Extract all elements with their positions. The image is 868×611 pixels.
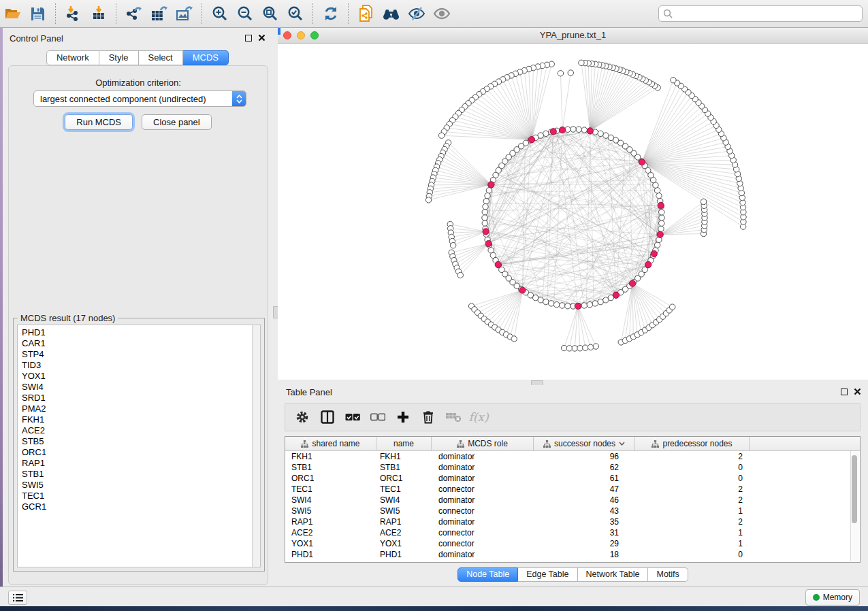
export-table-icon[interactable] [150, 5, 168, 23]
graph-hub-node[interactable] [495, 261, 501, 267]
hide-details-eye-icon[interactable] [407, 5, 425, 23]
vertical-splitter[interactable] [272, 28, 278, 587]
search-input[interactable] [673, 8, 862, 20]
graph-hub-node[interactable] [587, 128, 593, 134]
mcds-result-item[interactable]: GCR1 [22, 501, 260, 512]
search-field[interactable] [658, 5, 863, 22]
function-builder-icon[interactable]: f(x) [470, 408, 487, 426]
run-mcds-button[interactable]: Run MCDS [65, 114, 133, 130]
graph-node[interactable] [566, 346, 572, 351]
table-row[interactable]: TEC1TEC1connector472 [285, 484, 860, 495]
save-icon[interactable] [29, 5, 47, 23]
table-row[interactable]: RAP1RAP1dominator352 [285, 516, 860, 527]
graph-hub-node[interactable] [639, 159, 645, 165]
tab-network[interactable]: Network [46, 50, 99, 65]
table-row[interactable]: ORC1ORC1dominator610 [285, 473, 860, 484]
zoom-in-icon[interactable] [210, 5, 229, 23]
graph-node[interactable] [543, 131, 549, 136]
column-header-predecessor-nodes[interactable]: predecessor nodes [635, 437, 750, 450]
zoom-fit-icon[interactable] [261, 5, 279, 23]
maximize-window-icon[interactable] [310, 31, 319, 39]
table-row[interactable]: SWI4SWI4dominator462 [285, 495, 860, 506]
graph-node[interactable] [701, 199, 706, 204]
import-table-icon[interactable] [89, 5, 108, 23]
graph-node[interactable] [654, 242, 660, 248]
graph-hub-node[interactable] [575, 303, 581, 309]
graph-node[interactable] [538, 297, 543, 303]
close-panel-icon[interactable] [854, 388, 861, 395]
tab-select[interactable]: Select [139, 50, 183, 65]
horizontal-splitter[interactable] [278, 380, 868, 385]
graph-node[interactable] [568, 70, 573, 76]
table-row[interactable]: SWI5SWI5connector431 [285, 506, 860, 516]
graph-hub-node[interactable] [519, 287, 526, 293]
graph-node[interactable] [482, 220, 487, 226]
deselect-all-icon[interactable] [369, 408, 387, 426]
graph-node[interactable] [598, 131, 603, 136]
show-details-eye-icon[interactable] [432, 5, 451, 23]
graph-hub-node[interactable] [550, 129, 556, 135]
memory-button[interactable]: Memory [805, 589, 860, 606]
tab-network-table[interactable]: Network Table [578, 567, 649, 582]
zoom-selected-icon[interactable] [286, 5, 304, 23]
network-window-titlebar[interactable]: YPA_prune.txt_1 [278, 28, 868, 44]
mcds-result-item[interactable]: TID3 [22, 360, 260, 371]
criterion-dropdown[interactable]: largest connected component (undirected) [33, 90, 246, 107]
graph-node[interactable] [561, 345, 566, 350]
graph-node[interactable] [438, 133, 444, 138]
tab-edge-table[interactable]: Edge Table [518, 567, 577, 582]
graph-node[interactable] [576, 127, 581, 132]
graph-hub-node[interactable] [483, 229, 489, 235]
import-network-icon[interactable] [64, 5, 82, 23]
graph-node[interactable] [581, 303, 587, 308]
graph-node[interactable] [592, 301, 598, 306]
mcds-result-item[interactable]: FKH1 [22, 414, 260, 425]
graph-node[interactable] [553, 301, 559, 307]
tab-motifs[interactable]: Motifs [648, 567, 688, 582]
mcds-result-item[interactable]: CAR1 [22, 338, 260, 349]
mcds-result-item[interactable]: STB5 [22, 436, 260, 447]
table-scrollbar[interactable] [850, 451, 859, 561]
graph-node[interactable] [560, 303, 565, 308]
mcds-result-item[interactable]: SWI4 [22, 382, 260, 393]
mcds-result-item[interactable]: PHD1 [22, 327, 260, 338]
minimize-window-icon[interactable] [297, 31, 305, 39]
mcds-result-item[interactable]: STB1 [22, 469, 260, 480]
graph-hub-node[interactable] [528, 137, 534, 143]
gear-icon[interactable] [293, 408, 311, 426]
graph-node[interactable] [579, 60, 584, 65]
binoculars-search-icon[interactable] [382, 5, 400, 23]
tab-style[interactable]: Style [99, 50, 139, 65]
table-row[interactable]: STB1STB1dominator620 [285, 462, 860, 473]
graph-hub-node[interactable] [629, 280, 635, 286]
graph-node[interactable] [457, 272, 463, 278]
graph-hub-node[interactable] [485, 240, 492, 246]
mcds-result-item[interactable]: ACE2 [22, 425, 260, 436]
graph-node[interactable] [581, 127, 587, 133]
graph-node[interactable] [671, 78, 676, 83]
graph-node[interactable] [511, 336, 517, 342]
open-folder-icon[interactable] [3, 5, 22, 23]
mcds-list-scrollbar[interactable] [252, 325, 261, 567]
graph-node[interactable] [669, 304, 675, 310]
mcds-result-item[interactable]: STP4 [22, 349, 260, 360]
graph-node[interactable] [572, 346, 577, 351]
trash-icon[interactable] [419, 408, 437, 426]
graph-node[interactable] [483, 204, 488, 210]
float-panel-icon[interactable] [841, 389, 848, 395]
table-row[interactable]: ACE2ACE2connector311 [285, 527, 860, 538]
add-row-icon[interactable] [394, 408, 412, 426]
close-panel-icon[interactable] [258, 34, 266, 42]
graph-node[interactable] [659, 220, 664, 226]
table-row[interactable]: PHD1PHD1dominator180 [285, 549, 860, 560]
zoom-out-icon[interactable] [236, 5, 254, 23]
graph-node[interactable] [558, 71, 563, 76]
delete-table-icon[interactable] [445, 408, 462, 426]
graph-node[interactable] [654, 188, 660, 193]
table-row[interactable]: FKH1FKH1dominator962 [285, 451, 860, 462]
graph-hub-node[interactable] [658, 202, 664, 208]
log-console-button[interactable] [8, 591, 27, 605]
network-from-selection-icon[interactable] [357, 5, 375, 23]
mcds-result-item[interactable]: RAP1 [22, 458, 260, 469]
graph-node[interactable] [425, 197, 431, 203]
